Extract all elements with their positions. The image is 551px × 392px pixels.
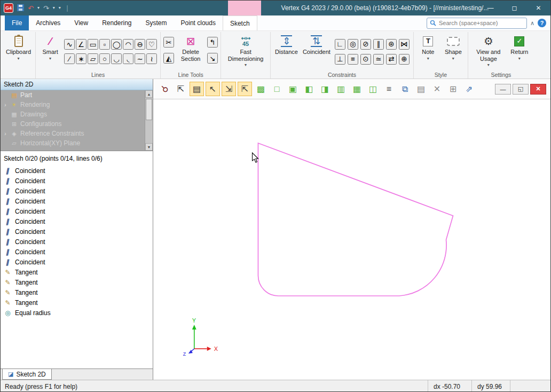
point-icon[interactable]: ∗ <box>76 53 86 64</box>
note-button[interactable]: T Note ▾ <box>416 33 440 62</box>
save-button[interactable] <box>17 4 24 12</box>
delete-icon[interactable]: ✕ <box>430 82 444 96</box>
tab-sketch[interactable]: Sketch <box>223 15 257 30</box>
scroll-up-icon[interactable]: ▲ <box>145 90 153 98</box>
freeform-icon[interactable]: ♡ <box>146 39 157 50</box>
view-and-usage-button[interactable]: ⚙ View and Usage ▾ <box>471 33 506 68</box>
undo-button[interactable]: ↶ <box>28 5 34 12</box>
snap-free-icon[interactable]: ↖ <box>206 82 220 96</box>
customize-toolbar-icon[interactable]: ▾ <box>59 6 61 10</box>
smart-button[interactable]: ∕ Smart ▾ <box>38 33 62 62</box>
scrollbar-thumb[interactable] <box>146 99 152 120</box>
split-view-icon[interactable]: ◫ <box>366 82 380 96</box>
fast-dimensioning-button[interactable]: 45 Fast Dimensioning ▾ <box>224 33 267 68</box>
close-button[interactable]: ✕ <box>526 1 550 15</box>
expander-icon[interactable]: › <box>3 102 8 108</box>
constraint-list-item[interactable]: ∥ Coincident <box>1 226 153 237</box>
pin-icon[interactable]: ⚲ <box>154 79 175 99</box>
square-icon[interactable]: ▫ <box>99 39 110 50</box>
spline-icon[interactable]: ∿ <box>64 39 75 50</box>
perpendicular-icon[interactable]: ⊥ <box>335 54 345 65</box>
fix-icon[interactable]: ⊙ <box>360 54 371 65</box>
squiggle-icon[interactable]: ≀ <box>146 53 157 64</box>
constraint-list-item[interactable]: ✎ Tangent <box>1 277 153 287</box>
tree-item[interactable]: ▦ Drawings <box>1 109 145 119</box>
tab-view[interactable]: View <box>67 15 95 30</box>
mirror-icon[interactable]: ◭ <box>163 53 174 64</box>
rectangle-icon[interactable]: ▭ <box>88 39 98 50</box>
grid-view-icon[interactable]: ▦ <box>350 82 364 96</box>
half-section-icon[interactable]: ◧ <box>302 82 316 96</box>
maximize-button[interactable]: ◻ <box>502 1 526 15</box>
tree-item[interactable]: › ◈ Reference Constraints <box>1 129 145 138</box>
clipboard-button[interactable]: Clipboard ▾ <box>4 33 33 62</box>
arc-icon[interactable]: ◠ <box>123 39 133 50</box>
arc-3point-icon[interactable]: ◡ <box>111 53 122 64</box>
constraint-list-item[interactable]: ∥ Coincident <box>1 216 153 226</box>
corner-fillet-icon[interactable]: ↰ <box>207 37 218 48</box>
minimize-button[interactable]: — <box>478 1 502 15</box>
constraint-list-item[interactable]: ◎ Equal radius <box>1 308 153 318</box>
export-icon[interactable]: ⇗ <box>462 82 476 96</box>
tab-rendering[interactable]: Rendering <box>95 15 138 30</box>
constraint-list-item[interactable]: ∥ Coincident <box>1 206 153 216</box>
pattern-icon[interactable]: ⊛ <box>386 39 397 50</box>
add-constraint-icon[interactable]: ⊕ <box>399 54 410 65</box>
shape-button[interactable]: Shape ▾ <box>442 33 465 62</box>
wire-box-icon[interactable]: □ <box>270 82 284 96</box>
solid-view-icon[interactable]: ▣ <box>286 82 300 96</box>
constraint-list-item[interactable]: ∥ Coincident <box>1 237 153 247</box>
constraint-list-item[interactable]: ∥ Coincident <box>1 186 153 196</box>
face-view-icon[interactable]: ▩ <box>254 82 268 96</box>
line-icon[interactable]: ∕ <box>64 53 75 64</box>
polyline-icon[interactable]: ∠ <box>76 39 86 50</box>
scroll-down-icon[interactable]: ▼ <box>145 143 153 151</box>
scrollbar-track[interactable] <box>145 98 153 143</box>
redo-button[interactable]: ↷ <box>43 5 49 12</box>
tab-archives[interactable]: Archives <box>29 15 67 30</box>
return-button[interactable]: ✓ Return ▾ <box>508 33 531 62</box>
document-restore-button[interactable]: ◱ <box>513 84 529 95</box>
drawing-canvas[interactable]: Y X Z <box>153 99 550 380</box>
ruler-icon[interactable]: ▤ <box>190 82 204 96</box>
delete-section-button[interactable]: ⊠ Delete Section <box>176 33 206 63</box>
curve-icon[interactable]: ∼ <box>135 53 145 64</box>
print-icon[interactable]: ▤ <box>414 82 428 96</box>
swap-icon[interactable]: ⇄ <box>386 54 397 65</box>
construction-circle-icon[interactable]: ○ <box>99 53 110 64</box>
constraint-list-item[interactable]: ∥ Coincident <box>1 257 153 267</box>
section-view-icon[interactable]: ◨ <box>318 82 332 96</box>
tree-item[interactable]: ⊞ Configurations <box>1 119 145 129</box>
symmetry-icon[interactable]: ⋈ <box>399 39 410 50</box>
document-minimize-button[interactable]: — <box>495 84 511 95</box>
parallel-icon[interactable]: ∥ <box>373 39 384 50</box>
equal-icon[interactable]: ≡ <box>348 54 358 65</box>
constraint-list-item[interactable]: ✎ Tangent <box>1 267 153 277</box>
constraint-list-item[interactable]: ∥ Coincident <box>1 176 153 186</box>
tab-sketch-2d-bottom[interactable]: ◪ Sketch 2D <box>2 369 52 380</box>
distance-button[interactable]: ⇕ Distance <box>273 33 300 57</box>
snap-point-icon[interactable]: ⇲ <box>222 82 236 96</box>
grid-icon[interactable]: ⊞ <box>446 82 460 96</box>
select-region-icon[interactable]: ⇱ <box>174 82 188 96</box>
constraint-list-item[interactable]: ∥ Coincident <box>1 247 153 257</box>
tab-point-clouds[interactable]: Point clouds <box>174 15 223 30</box>
parallelogram-icon[interactable]: ▱ <box>88 53 98 64</box>
right-angle-icon[interactable]: ∟ <box>335 39 345 50</box>
similar-icon[interactable]: ≃ <box>373 54 384 65</box>
collapse-ribbon-icon[interactable]: ∧ <box>530 20 534 27</box>
redo-dropdown-icon[interactable]: ▾ <box>53 6 55 10</box>
tree-scrollbar[interactable]: ▲ ▼ <box>145 90 153 151</box>
tab-system[interactable]: System <box>139 15 174 30</box>
constraint-list-item[interactable]: ✎ Tangent <box>1 297 153 308</box>
undo-dropdown-icon[interactable]: ▾ <box>37 6 40 10</box>
exclude-icon[interactable]: ⊘ <box>360 39 371 50</box>
constraint-list-item[interactable]: ∥ Coincident <box>1 166 153 176</box>
tree-item[interactable]: › ☀ Rendering <box>1 100 145 109</box>
tree-item[interactable]: ▱ Horizontal(XY) Plane <box>1 138 145 148</box>
trim-icon[interactable]: ✂ <box>163 37 174 48</box>
tree-item[interactable]: ▤ Part <box>1 90 145 100</box>
expander-icon[interactable]: › <box>3 131 8 137</box>
fillet-icon[interactable]: ◟ <box>123 53 133 64</box>
coincident-button[interactable]: ⇅ Coincident <box>301 33 332 57</box>
